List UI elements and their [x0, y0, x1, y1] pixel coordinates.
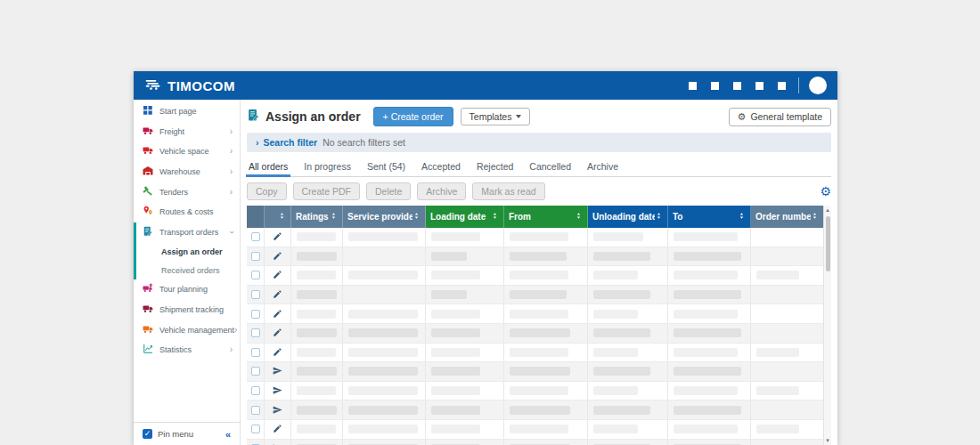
app-menu-square-icon[interactable] [733, 82, 741, 90]
column-header-edit[interactable] [265, 206, 291, 228]
sidebar-item-statistics[interactable]: Statistics› [134, 340, 240, 360]
tab-rejected[interactable]: Rejected [477, 159, 513, 176]
tab-cancelled[interactable]: Cancelled [529, 159, 571, 176]
sidebar-item-routes-costs[interactable]: Routes & costs [134, 202, 240, 222]
app-menu-square-icon[interactable] [755, 82, 764, 90]
table-row[interactable] [247, 440, 823, 445]
send-icon[interactable] [273, 402, 282, 418]
table-row[interactable] [247, 382, 823, 401]
row-select-cell [247, 304, 265, 323]
table-row[interactable] [247, 400, 823, 420]
sidebar-item-tenders[interactable]: Tenders› [134, 182, 240, 202]
sidebar-item-tour-planning[interactable]: Tour planning [134, 279, 240, 300]
row-checkbox[interactable] [251, 367, 260, 376]
cell-to [668, 344, 751, 362]
general-template-button[interactable]: ⚙ General template [729, 108, 831, 126]
placeholder-text [593, 252, 650, 261]
row-checkbox[interactable] [251, 271, 260, 279]
row-action-cell [265, 344, 291, 362]
pencil-icon[interactable] [273, 229, 282, 245]
chevron-right-icon: › [230, 188, 233, 197]
row-checkbox[interactable] [251, 232, 260, 241]
sidebar-item-shipment-tracking[interactable]: Shipment tracking [134, 300, 240, 320]
row-checkbox[interactable] [251, 252, 260, 261]
scroll-up-icon[interactable]: ▲ [825, 206, 830, 214]
row-checkbox[interactable] [251, 310, 260, 319]
app-menu-square-icon[interactable] [689, 82, 697, 90]
row-checkbox[interactable] [251, 348, 260, 357]
row-checkbox[interactable] [251, 406, 260, 415]
tab-sent-54-[interactable]: Sent (54) [367, 159, 405, 176]
column-header-unloading[interactable]: Unloading date [588, 206, 668, 228]
table-row[interactable] [247, 362, 823, 382]
search-filter-bar[interactable]: › Search filter No search filters set [247, 133, 831, 152]
column-header-from[interactable]: From [504, 206, 588, 228]
table-row[interactable] [247, 286, 823, 305]
table-settings-gear-icon[interactable]: ⚙ [820, 185, 831, 198]
cell-to [668, 440, 751, 445]
collapse-sidebar-icon[interactable]: « [225, 429, 231, 440]
column-header-order[interactable]: Order number [751, 206, 823, 228]
row-select-cell [247, 400, 265, 419]
send-icon[interactable] [273, 383, 282, 399]
pencil-icon[interactable] [273, 248, 282, 264]
row-checkbox[interactable] [251, 425, 260, 433]
column-header-provider[interactable]: Service provider [343, 206, 426, 228]
scrollbar-thumb[interactable] [826, 216, 830, 271]
pencil-icon[interactable] [273, 267, 282, 283]
placeholder-text [674, 425, 738, 433]
send-icon[interactable] [273, 363, 282, 379]
pin-menu-checkbox[interactable]: ✓ [143, 429, 152, 439]
pencil-icon[interactable] [273, 287, 282, 303]
delete-button[interactable]: Delete [366, 182, 411, 200]
table-row[interactable] [247, 247, 823, 267]
mark-as-read-button[interactable]: Mark as read [472, 182, 544, 200]
column-header-loading[interactable]: Loading date [426, 206, 504, 228]
row-action-cell [265, 362, 291, 381]
templates-button[interactable]: Templates [461, 108, 531, 125]
scroll-down-icon[interactable]: ▼ [825, 436, 830, 445]
placeholder-text [348, 232, 418, 241]
app-menu-square-icon[interactable] [778, 82, 786, 90]
send-icon[interactable] [273, 441, 282, 445]
row-checkbox[interactable] [251, 386, 260, 395]
table-body [247, 228, 823, 445]
app-menu-square-icon[interactable] [711, 82, 719, 90]
cell-from [504, 382, 588, 400]
table-row[interactable] [247, 344, 823, 363]
copy-button[interactable]: Copy [247, 182, 287, 200]
sidebar-item-transport-orders[interactable]: Transport orders› [136, 222, 240, 243]
pencil-icon[interactable] [273, 421, 282, 437]
sidebar-item-vehicle-management[interactable]: Vehicle management› [134, 320, 240, 340]
row-checkbox[interactable] [251, 328, 260, 337]
table-row[interactable] [247, 420, 823, 440]
sidebar-item-freight[interactable]: Freight› [134, 122, 240, 142]
archive-button[interactable]: Archive [417, 182, 466, 200]
row-checkbox[interactable] [251, 290, 260, 299]
sidebar-item-warehouse[interactable]: Warehouse› [134, 162, 240, 182]
vertical-scrollbar[interactable]: ▲ ▼ [823, 206, 831, 445]
sidebar-subitem-assign-an-order[interactable]: Assign an order [136, 242, 240, 261]
cell-unloading [588, 344, 668, 362]
row-select-cell [247, 382, 265, 400]
tab-in-progress[interactable]: In progress [304, 159, 351, 176]
pencil-icon[interactable] [273, 325, 282, 341]
create-order-button[interactable]: + Create order [373, 107, 453, 126]
tab-accepted[interactable]: Accepted [421, 159, 461, 176]
create-pdf-button[interactable]: Create PDF [293, 182, 360, 200]
row-action-cell [265, 304, 291, 323]
table-row[interactable] [247, 228, 823, 247]
table-row[interactable] [247, 324, 823, 344]
sidebar-subitem-received-orders[interactable]: Received orders [136, 261, 240, 279]
tab-archive[interactable]: Archive [587, 159, 618, 176]
sidebar-item-start-page[interactable]: Start page [134, 101, 240, 122]
table-row[interactable] [247, 266, 823, 286]
user-avatar[interactable] [809, 77, 827, 94]
pencil-icon[interactable] [273, 344, 282, 360]
column-header-ratings[interactable]: Ratings [291, 206, 343, 228]
pencil-icon[interactable] [273, 306, 282, 322]
column-header-to[interactable]: To [668, 206, 751, 228]
sidebar-item-vehicle-space[interactable]: Vehicle space› [134, 142, 240, 162]
tab-all-orders[interactable]: All orders [249, 159, 288, 176]
table-row[interactable] [247, 304, 823, 324]
